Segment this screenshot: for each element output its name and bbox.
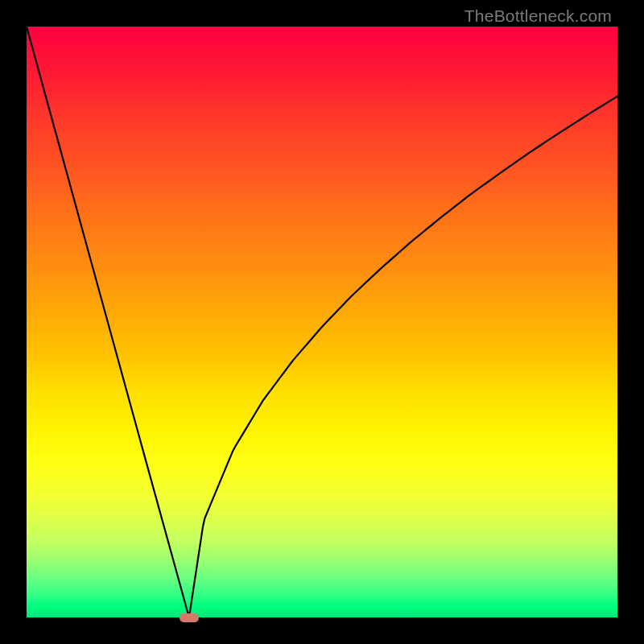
- chart-frame: TheBottleneck.com: [0, 0, 644, 644]
- vertex-marker: [180, 613, 199, 622]
- watermark-label: TheBottleneck.com: [464, 6, 612, 26]
- gradient-plot-area: [27, 27, 617, 617]
